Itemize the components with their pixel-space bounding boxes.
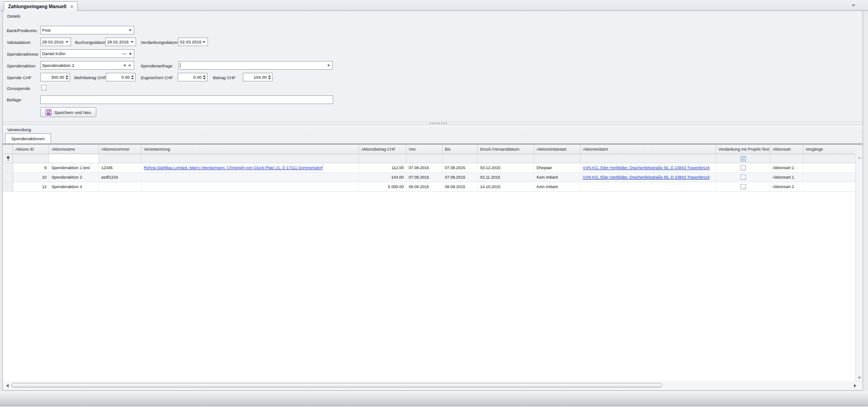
spende-chf-spinedit[interactable]: 300.00	[40, 73, 70, 81]
grid-cell-id: 10	[13, 173, 49, 182]
verdankungsdatum-label: Verdankungsdatum	[141, 40, 178, 45]
scroll-down-icon[interactable]	[858, 377, 861, 379]
tab-list-dropdown-icon[interactable]	[852, 5, 855, 6]
horizontal-scroll-thumb[interactable]	[11, 383, 662, 388]
grid-cell-id: 12	[13, 182, 49, 192]
document-tab-strip: Zahlungseingang Manuell ✕	[0, 0, 868, 11]
save-and-new-button[interactable]: Speichern und Neu	[40, 107, 96, 117]
column-header-initiant[interactable]: Aktionsinitiant	[580, 145, 716, 154]
column-header-vorgaenge[interactable]: Vorgänge	[803, 145, 855, 154]
spendenanfrage-combobox[interactable]	[178, 61, 333, 70]
column-header-name[interactable]: Aktionsname	[49, 145, 99, 154]
grid-cell-name: Spendenaktion 1 test	[49, 163, 99, 173]
filter-cell-druck[interactable]	[478, 154, 534, 163]
column-header-aktionsart[interactable]: Aktionsart	[770, 145, 803, 154]
spinner-arrows-icon[interactable]	[66, 75, 68, 80]
tab-title: Zahlungseingang Manuell	[8, 4, 66, 9]
column-header-von[interactable]: Von	[406, 145, 443, 154]
scroll-up-icon[interactable]	[858, 156, 861, 159]
grid-cell-nummer: 12345	[99, 163, 142, 173]
spinner-arrows-icon[interactable]	[203, 75, 206, 80]
valutadatum-dateedit[interactable]: 29.02.2016	[40, 38, 71, 46]
filter-cell-vorgaenge[interactable]	[803, 154, 855, 163]
chevron-down-icon[interactable]	[123, 65, 126, 66]
spende-chf-value: 300.00	[42, 75, 64, 80]
filter-cell-initiant[interactable]	[580, 154, 716, 163]
tab-close-icon[interactable]: ✕	[70, 4, 74, 9]
filter-cell-betrag[interactable]	[359, 154, 406, 163]
grid-cell-initiantart: Kein Initiant	[534, 173, 580, 182]
grosspende-checkbox[interactable]	[41, 85, 47, 90]
column-header-verdankung[interactable]: Verdankung mit Projekt-Text	[716, 145, 770, 154]
spenderadresse-buttonedit[interactable]: Daniel Köhn ⋯	[40, 49, 134, 58]
add-icon[interactable]: +	[128, 63, 131, 68]
column-header-bis[interactable]: Bis	[443, 145, 478, 154]
scroll-left-icon[interactable]	[6, 384, 9, 388]
betrag-spinedit[interactable]: 104.00	[243, 73, 273, 81]
filter-cell-von[interactable]	[406, 154, 443, 163]
beilage-input[interactable]	[40, 95, 333, 104]
verdankungsdatum-dateedit[interactable]: 02.03.2016	[178, 38, 208, 46]
grid-cell-druck: 03.12.2015	[478, 163, 534, 173]
mehrbetrag-spinedit[interactable]: 0.00	[106, 73, 136, 81]
ellipsis-icon[interactable]: ⋯	[123, 51, 127, 56]
vertical-scrollbar[interactable]	[855, 154, 863, 381]
horizontal-splitter[interactable]	[3, 121, 863, 125]
grid-cell-betrag: 104.00	[359, 173, 406, 182]
initiant-link[interactable]: VVN KG, Eiler Hertfelder, Drachenfelsstr…	[583, 166, 710, 170]
chevron-down-icon[interactable]	[129, 29, 132, 31]
verdankung-checkbox[interactable]	[741, 175, 746, 180]
verdankung-checkbox[interactable]	[741, 184, 746, 189]
grid-cell-von: 07.08.2015	[406, 173, 443, 182]
open-detail-icon[interactable]	[130, 52, 132, 55]
grid-body: 9Spendenaktion 1 test12345Rehna Stahlbau…	[3, 163, 855, 192]
filter-cell-verantwortung[interactable]	[142, 154, 359, 163]
splitter-grip-icon[interactable]	[430, 123, 448, 124]
spinner-arrows-icon[interactable]	[268, 75, 271, 80]
scroll-right-icon[interactable]	[854, 384, 856, 388]
chevron-down-icon[interactable]	[203, 41, 205, 43]
grid-cell-druck: 14.10.2015	[478, 182, 534, 192]
column-header-verantwortung[interactable]: Verantwortung	[142, 145, 359, 154]
verdankung-checkbox[interactable]	[741, 165, 746, 170]
tab-zahlungseingang-manuell[interactable]: Zahlungseingang Manuell ✕	[4, 1, 78, 11]
spenderadresse-value: Daniel Köhn	[42, 51, 121, 56]
column-header-nummer[interactable]: Aktionsnummer	[99, 145, 142, 154]
filter-cell-nummer[interactable]	[99, 154, 142, 163]
grid-row[interactable]: 9Spendenaktion 1 test12345Rehna Stahlbau…	[3, 163, 855, 173]
grid-header-row: Aktions IDAktionsnameAktionsnummerVerant…	[3, 145, 855, 154]
bank-combobox[interactable]: Post	[40, 26, 134, 34]
verwendung-group-title: Verwendung	[7, 127, 31, 132]
chevron-down-icon[interactable]	[66, 41, 68, 43]
column-header-betrag[interactable]: Aktionsbetrag CHF	[359, 145, 406, 154]
column-header-initiantart[interactable]: Aktionsinitiantart	[534, 145, 580, 154]
filter-cell-verdankung[interactable]	[716, 154, 770, 163]
filter-cell-name[interactable]	[49, 154, 99, 163]
chevron-down-icon[interactable]	[327, 65, 330, 66]
filter-cell-id[interactable]	[13, 154, 49, 163]
zugesichert-spinedit[interactable]: 0.00	[178, 73, 208, 81]
spendenaktion-label: Spendenaktion	[7, 63, 35, 68]
column-header-id[interactable]: Aktions ID	[13, 145, 49, 154]
header-indicator-cell	[3, 145, 13, 154]
chevron-down-icon[interactable]	[131, 41, 133, 43]
buchungsdatum-dateedit[interactable]: 29.02.2016	[105, 38, 136, 46]
filter-cell-initiantart[interactable]	[534, 154, 580, 163]
grid-cell-von: 08.09.2015	[406, 182, 443, 192]
column-header-druck[interactable]: Druck-/Versanddatum	[478, 145, 534, 154]
grid-row[interactable]: 10Spendenaktion 2asdf1234104.0007.08.201…	[3, 173, 855, 182]
status-bar	[0, 392, 868, 406]
filter-pin-icon[interactable]	[3, 154, 13, 163]
horizontal-scrollbar[interactable]	[3, 382, 863, 389]
initiant-link[interactable]: VVN KG, Eiler Hertfelder, Drachenfelsstr…	[583, 175, 710, 180]
spinner-arrows-icon[interactable]	[131, 75, 134, 80]
tab-spendenaktionen[interactable]: Spendenaktionen	[5, 133, 51, 143]
spendenaktion-combobox[interactable]: Spendenaktion 2 +	[40, 61, 134, 70]
mehrbetrag-label: Mehrbetrag CHF	[74, 75, 106, 80]
grid-cell-betrag: 112.00	[359, 163, 406, 173]
filter-cell-aktionsart[interactable]	[770, 154, 803, 163]
verdankung-filter-checkbox[interactable]	[741, 156, 746, 161]
filter-cell-bis[interactable]	[443, 154, 478, 163]
verantwortung-link[interactable]: Rehna Stahlbau Limited, Marco Wenkemann,…	[144, 166, 323, 170]
grid-row[interactable]: 12Spendenaktion 45 000.0008.09.201508.09…	[3, 182, 855, 192]
